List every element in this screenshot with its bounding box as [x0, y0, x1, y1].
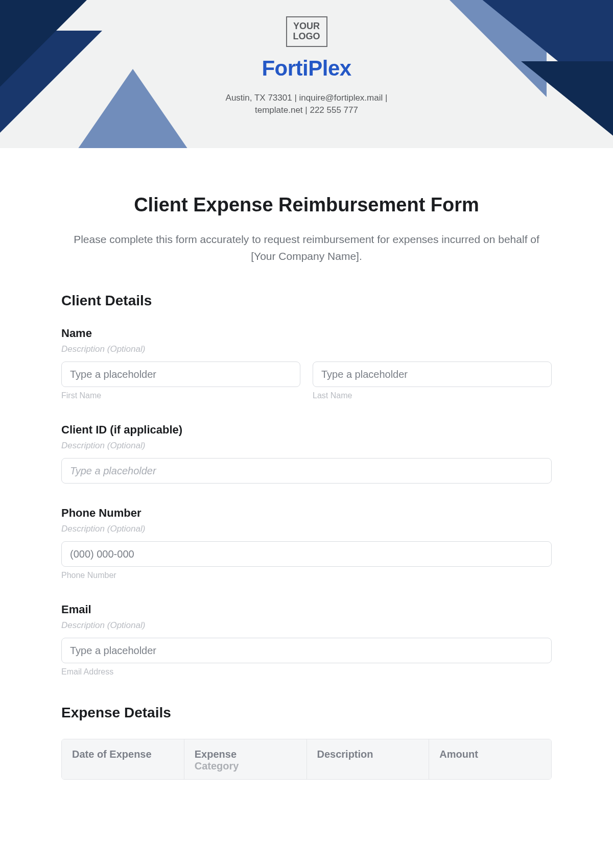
- col-amount: Amount: [429, 739, 551, 779]
- contact-info: Austin, TX 73301 | inquire@fortiplex.mai…: [0, 92, 613, 117]
- label-email: Email: [61, 603, 552, 616]
- first-name-input[interactable]: [61, 361, 300, 387]
- label-name: Name: [61, 327, 552, 340]
- sublabel-phone: Phone Number: [61, 571, 552, 580]
- section-client-details: Client Details: [61, 293, 552, 309]
- heading-expense-details: Expense Details: [61, 705, 552, 721]
- logo-placeholder: YOUR LOGO: [286, 16, 327, 47]
- phone-input[interactable]: [61, 541, 552, 567]
- section-expense-details: Expense Details Date of Expense Expense …: [61, 705, 552, 780]
- col-date: Date of Expense: [62, 739, 184, 779]
- desc-email: Description (Optional): [61, 620, 552, 631]
- brand-name: FortiPlex: [0, 56, 613, 81]
- form-title: Client Expense Reimbursement Form: [61, 194, 552, 216]
- logo-text-line2: LOGO: [293, 32, 320, 42]
- field-client-id: Client ID (if applicable) Description (O…: [61, 423, 552, 484]
- last-name-input[interactable]: [313, 361, 552, 387]
- sublabel-first-name: First Name: [61, 391, 300, 400]
- col-category: Expense Category: [184, 739, 307, 779]
- desc-client-id: Description (Optional): [61, 441, 552, 451]
- desc-name: Description (Optional): [61, 344, 552, 354]
- expense-table-header: Date of Expense Expense Category Descrip…: [61, 739, 552, 780]
- email-input[interactable]: [61, 638, 552, 663]
- field-phone: Phone Number Description (Optional) Phon…: [61, 507, 552, 580]
- label-client-id: Client ID (if applicable): [61, 423, 552, 437]
- logo-text-line1: YOUR: [293, 21, 320, 32]
- sublabel-last-name: Last Name: [313, 391, 552, 400]
- contact-line1: Austin, TX 73301 | inquire@fortiplex.mai…: [0, 92, 613, 105]
- label-phone: Phone Number: [61, 507, 552, 520]
- desc-phone: Description (Optional): [61, 524, 552, 534]
- field-email: Email Description (Optional) Email Addre…: [61, 603, 552, 677]
- col-description: Description: [307, 739, 430, 779]
- client-id-input[interactable]: [61, 458, 552, 484]
- form-content: Client Expense Reimbursement Form Please…: [0, 148, 613, 780]
- field-name: Name Description (Optional) First Name L…: [61, 327, 552, 400]
- letterhead-header: YOUR LOGO FortiPlex Austin, TX 73301 | i…: [0, 0, 613, 148]
- contact-line2: template.net | 222 555 777: [0, 104, 613, 117]
- form-intro: Please complete this form accurately to …: [61, 231, 552, 264]
- sublabel-email: Email Address: [61, 667, 552, 677]
